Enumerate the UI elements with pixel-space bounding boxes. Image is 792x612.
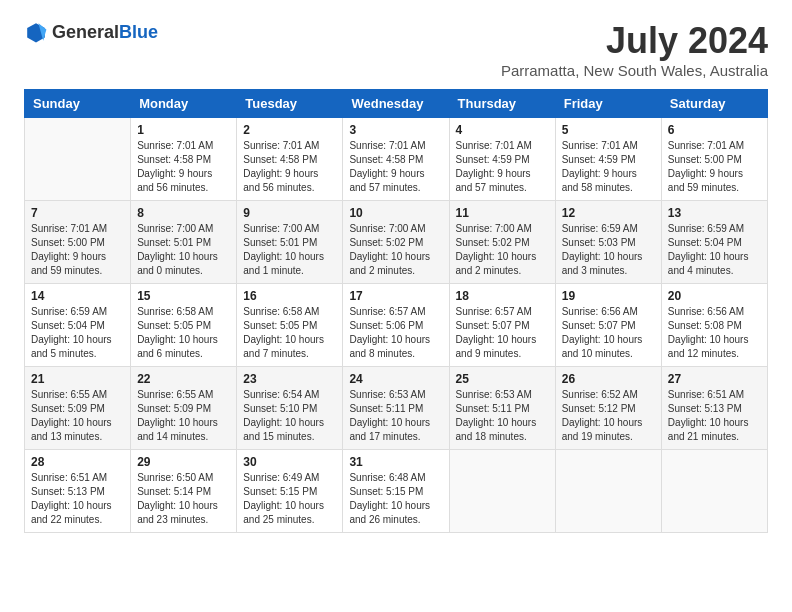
day-info: Sunrise: 7:01 AM Sunset: 4:59 PM Dayligh… bbox=[456, 139, 549, 195]
calendar-cell: 27Sunrise: 6:51 AM Sunset: 5:13 PM Dayli… bbox=[661, 367, 767, 450]
day-info: Sunrise: 7:01 AM Sunset: 4:58 PM Dayligh… bbox=[243, 139, 336, 195]
day-number: 19 bbox=[562, 289, 655, 303]
calendar-cell: 19Sunrise: 6:56 AM Sunset: 5:07 PM Dayli… bbox=[555, 284, 661, 367]
day-info: Sunrise: 6:56 AM Sunset: 5:08 PM Dayligh… bbox=[668, 305, 761, 361]
day-info: Sunrise: 7:00 AM Sunset: 5:01 PM Dayligh… bbox=[137, 222, 230, 278]
day-number: 25 bbox=[456, 372, 549, 386]
calendar-cell: 13Sunrise: 6:59 AM Sunset: 5:04 PM Dayli… bbox=[661, 201, 767, 284]
day-info: Sunrise: 7:00 AM Sunset: 5:02 PM Dayligh… bbox=[349, 222, 442, 278]
calendar-week-row: 14Sunrise: 6:59 AM Sunset: 5:04 PM Dayli… bbox=[25, 284, 768, 367]
calendar-cell: 22Sunrise: 6:55 AM Sunset: 5:09 PM Dayli… bbox=[131, 367, 237, 450]
day-info: Sunrise: 6:53 AM Sunset: 5:11 PM Dayligh… bbox=[456, 388, 549, 444]
day-number: 21 bbox=[31, 372, 124, 386]
day-number: 20 bbox=[668, 289, 761, 303]
calendar-cell: 5Sunrise: 7:01 AM Sunset: 4:59 PM Daylig… bbox=[555, 118, 661, 201]
calendar-cell bbox=[661, 450, 767, 533]
day-info: Sunrise: 6:48 AM Sunset: 5:15 PM Dayligh… bbox=[349, 471, 442, 527]
day-number: 9 bbox=[243, 206, 336, 220]
weekday-header-thursday: Thursday bbox=[449, 90, 555, 118]
weekday-header-saturday: Saturday bbox=[661, 90, 767, 118]
day-info: Sunrise: 6:57 AM Sunset: 5:06 PM Dayligh… bbox=[349, 305, 442, 361]
calendar-cell: 30Sunrise: 6:49 AM Sunset: 5:15 PM Dayli… bbox=[237, 450, 343, 533]
day-info: Sunrise: 7:00 AM Sunset: 5:01 PM Dayligh… bbox=[243, 222, 336, 278]
calendar-cell: 17Sunrise: 6:57 AM Sunset: 5:06 PM Dayli… bbox=[343, 284, 449, 367]
calendar-cell: 2Sunrise: 7:01 AM Sunset: 4:58 PM Daylig… bbox=[237, 118, 343, 201]
weekday-header-wednesday: Wednesday bbox=[343, 90, 449, 118]
day-info: Sunrise: 6:49 AM Sunset: 5:15 PM Dayligh… bbox=[243, 471, 336, 527]
day-info: Sunrise: 6:55 AM Sunset: 5:09 PM Dayligh… bbox=[137, 388, 230, 444]
calendar-cell: 6Sunrise: 7:01 AM Sunset: 5:00 PM Daylig… bbox=[661, 118, 767, 201]
day-info: Sunrise: 6:59 AM Sunset: 5:04 PM Dayligh… bbox=[668, 222, 761, 278]
calendar-cell: 14Sunrise: 6:59 AM Sunset: 5:04 PM Dayli… bbox=[25, 284, 131, 367]
day-number: 2 bbox=[243, 123, 336, 137]
calendar-week-row: 1Sunrise: 7:01 AM Sunset: 4:58 PM Daylig… bbox=[25, 118, 768, 201]
month-year: July 2024 bbox=[501, 20, 768, 62]
day-info: Sunrise: 7:01 AM Sunset: 4:59 PM Dayligh… bbox=[562, 139, 655, 195]
calendar-cell: 4Sunrise: 7:01 AM Sunset: 4:59 PM Daylig… bbox=[449, 118, 555, 201]
title-area: July 2024 Parramatta, New South Wales, A… bbox=[501, 20, 768, 79]
weekday-header-monday: Monday bbox=[131, 90, 237, 118]
day-info: Sunrise: 7:01 AM Sunset: 5:00 PM Dayligh… bbox=[668, 139, 761, 195]
day-info: Sunrise: 6:59 AM Sunset: 5:03 PM Dayligh… bbox=[562, 222, 655, 278]
day-number: 24 bbox=[349, 372, 442, 386]
day-info: Sunrise: 6:58 AM Sunset: 5:05 PM Dayligh… bbox=[243, 305, 336, 361]
day-info: Sunrise: 6:56 AM Sunset: 5:07 PM Dayligh… bbox=[562, 305, 655, 361]
weekday-header-sunday: Sunday bbox=[25, 90, 131, 118]
weekday-header-tuesday: Tuesday bbox=[237, 90, 343, 118]
day-number: 11 bbox=[456, 206, 549, 220]
day-info: Sunrise: 7:01 AM Sunset: 4:58 PM Dayligh… bbox=[349, 139, 442, 195]
weekday-header-friday: Friday bbox=[555, 90, 661, 118]
calendar-cell bbox=[555, 450, 661, 533]
weekday-header-row: SundayMondayTuesdayWednesdayThursdayFrid… bbox=[25, 90, 768, 118]
calendar-cell bbox=[25, 118, 131, 201]
calendar-cell: 18Sunrise: 6:57 AM Sunset: 5:07 PM Dayli… bbox=[449, 284, 555, 367]
day-info: Sunrise: 6:52 AM Sunset: 5:12 PM Dayligh… bbox=[562, 388, 655, 444]
calendar-cell: 23Sunrise: 6:54 AM Sunset: 5:10 PM Dayli… bbox=[237, 367, 343, 450]
day-number: 30 bbox=[243, 455, 336, 469]
calendar-week-row: 21Sunrise: 6:55 AM Sunset: 5:09 PM Dayli… bbox=[25, 367, 768, 450]
day-number: 23 bbox=[243, 372, 336, 386]
day-number: 29 bbox=[137, 455, 230, 469]
calendar-cell: 11Sunrise: 7:00 AM Sunset: 5:02 PM Dayli… bbox=[449, 201, 555, 284]
calendar-cell: 26Sunrise: 6:52 AM Sunset: 5:12 PM Dayli… bbox=[555, 367, 661, 450]
day-info: Sunrise: 7:01 AM Sunset: 5:00 PM Dayligh… bbox=[31, 222, 124, 278]
day-number: 28 bbox=[31, 455, 124, 469]
day-number: 22 bbox=[137, 372, 230, 386]
day-info: Sunrise: 6:51 AM Sunset: 5:13 PM Dayligh… bbox=[31, 471, 124, 527]
day-number: 6 bbox=[668, 123, 761, 137]
day-number: 31 bbox=[349, 455, 442, 469]
calendar-cell: 24Sunrise: 6:53 AM Sunset: 5:11 PM Dayli… bbox=[343, 367, 449, 450]
logo-blue: Blue bbox=[119, 22, 158, 42]
day-info: Sunrise: 6:53 AM Sunset: 5:11 PM Dayligh… bbox=[349, 388, 442, 444]
day-info: Sunrise: 6:59 AM Sunset: 5:04 PM Dayligh… bbox=[31, 305, 124, 361]
day-number: 27 bbox=[668, 372, 761, 386]
day-number: 12 bbox=[562, 206, 655, 220]
calendar-cell: 9Sunrise: 7:00 AM Sunset: 5:01 PM Daylig… bbox=[237, 201, 343, 284]
calendar-cell: 1Sunrise: 7:01 AM Sunset: 4:58 PM Daylig… bbox=[131, 118, 237, 201]
calendar-cell: 16Sunrise: 6:58 AM Sunset: 5:05 PM Dayli… bbox=[237, 284, 343, 367]
calendar-cell: 20Sunrise: 6:56 AM Sunset: 5:08 PM Dayli… bbox=[661, 284, 767, 367]
calendar-week-row: 7Sunrise: 7:01 AM Sunset: 5:00 PM Daylig… bbox=[25, 201, 768, 284]
day-number: 1 bbox=[137, 123, 230, 137]
calendar-cell bbox=[449, 450, 555, 533]
calendar-cell: 8Sunrise: 7:00 AM Sunset: 5:01 PM Daylig… bbox=[131, 201, 237, 284]
day-number: 8 bbox=[137, 206, 230, 220]
logo: GeneralBlue bbox=[24, 20, 158, 44]
calendar-table: SundayMondayTuesdayWednesdayThursdayFrid… bbox=[24, 89, 768, 533]
day-number: 13 bbox=[668, 206, 761, 220]
day-number: 17 bbox=[349, 289, 442, 303]
calendar-cell: 28Sunrise: 6:51 AM Sunset: 5:13 PM Dayli… bbox=[25, 450, 131, 533]
logo-icon bbox=[24, 20, 48, 44]
calendar-cell: 10Sunrise: 7:00 AM Sunset: 5:02 PM Dayli… bbox=[343, 201, 449, 284]
day-number: 18 bbox=[456, 289, 549, 303]
day-info: Sunrise: 6:51 AM Sunset: 5:13 PM Dayligh… bbox=[668, 388, 761, 444]
day-number: 26 bbox=[562, 372, 655, 386]
day-info: Sunrise: 6:57 AM Sunset: 5:07 PM Dayligh… bbox=[456, 305, 549, 361]
day-number: 15 bbox=[137, 289, 230, 303]
calendar-cell: 31Sunrise: 6:48 AM Sunset: 5:15 PM Dayli… bbox=[343, 450, 449, 533]
calendar-week-row: 28Sunrise: 6:51 AM Sunset: 5:13 PM Dayli… bbox=[25, 450, 768, 533]
calendar-cell: 25Sunrise: 6:53 AM Sunset: 5:11 PM Dayli… bbox=[449, 367, 555, 450]
calendar-cell: 3Sunrise: 7:01 AM Sunset: 4:58 PM Daylig… bbox=[343, 118, 449, 201]
day-info: Sunrise: 7:01 AM Sunset: 4:58 PM Dayligh… bbox=[137, 139, 230, 195]
day-number: 7 bbox=[31, 206, 124, 220]
